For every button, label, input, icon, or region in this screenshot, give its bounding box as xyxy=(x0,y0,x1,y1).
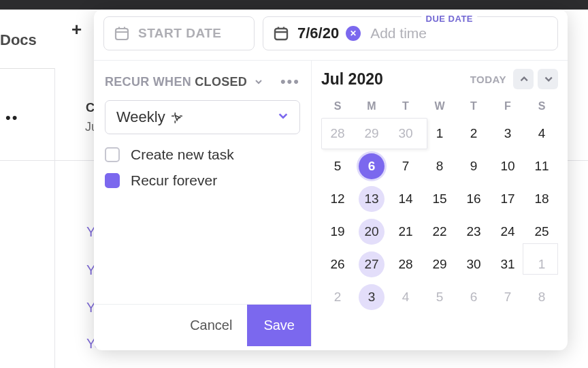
chevron-down-icon xyxy=(278,110,289,124)
recur-forever-option[interactable]: Recur forever xyxy=(105,172,300,189)
calendar-day[interactable]: 11 xyxy=(525,151,558,182)
clear-due-date-button[interactable]: ✕ xyxy=(346,26,361,41)
calendar-day[interactable]: 22 xyxy=(423,216,456,247)
calendar-dow: F xyxy=(491,95,524,118)
calendar-day[interactable]: 5 xyxy=(321,151,354,182)
calendar-day[interactable]: 30 xyxy=(389,118,422,149)
calendar-dow: W xyxy=(423,95,456,118)
calendar-day[interactable]: 14 xyxy=(389,183,422,215)
calendar-month-label: Jul 2020 xyxy=(321,70,383,89)
calendar-day[interactable]: 15 xyxy=(423,183,456,215)
date-recurrence-modal: START DATE DUE DATE 7/6/20 ✕ Add time RE… xyxy=(94,10,568,350)
start-date-placeholder: START DATE xyxy=(138,26,222,41)
calendar-day[interactable]: 3 xyxy=(491,118,524,149)
calendar-day[interactable]: 26 xyxy=(321,249,354,280)
calendar-day[interactable]: 16 xyxy=(457,183,490,215)
calendar-day[interactable]: 30 xyxy=(457,249,490,280)
calendar-day[interactable]: 7 xyxy=(389,151,422,182)
calendar-day[interactable]: 4 xyxy=(389,281,422,313)
calendar-day[interactable]: 6 xyxy=(355,151,388,182)
calendar-icon xyxy=(114,25,130,42)
create-new-task-label: Create new task xyxy=(131,147,234,163)
calendar-day[interactable]: 6 xyxy=(457,281,490,313)
calendar-day[interactable]: 1 xyxy=(525,249,558,280)
checkbox-unchecked-icon xyxy=(105,147,120,162)
more-options-button[interactable]: ••• xyxy=(280,73,300,91)
calendar-dow: T xyxy=(457,95,490,118)
checkbox-checked-icon xyxy=(105,173,120,188)
start-date-field[interactable]: START DATE xyxy=(103,16,255,50)
calendar-day[interactable]: 28 xyxy=(389,249,422,280)
calendar-day[interactable]: 8 xyxy=(525,281,558,313)
calendar-day[interactable]: 31 xyxy=(491,249,524,280)
calendar-day[interactable]: 27 xyxy=(355,249,388,280)
cancel-button[interactable]: Cancel xyxy=(175,318,247,333)
calendar-day[interactable]: 19 xyxy=(321,216,354,247)
due-date-field[interactable]: DUE DATE 7/6/20 ✕ Add time xyxy=(263,16,558,50)
calendar-day[interactable]: 28 xyxy=(321,118,354,149)
calendar-day[interactable]: 13 xyxy=(355,183,388,215)
recur-forever-label: Recur forever xyxy=(131,172,217,189)
frequency-value: Weekly xyxy=(116,108,165,126)
calendar-dow: S xyxy=(525,95,558,118)
svg-rect-4 xyxy=(275,29,287,40)
next-month-button[interactable] xyxy=(538,69,558,89)
calendar-day[interactable]: 7 xyxy=(491,281,524,313)
calendar-day[interactable]: 12 xyxy=(321,183,354,215)
calendar-dow: M xyxy=(355,95,388,118)
calendar-day[interactable]: 21 xyxy=(389,216,422,247)
prev-month-button[interactable] xyxy=(513,69,534,89)
calendar-day[interactable]: 3 xyxy=(355,281,388,313)
create-new-task-option[interactable]: Create new task xyxy=(105,147,300,163)
calendar-day[interactable]: 18 xyxy=(525,183,558,215)
calendar-day[interactable]: 24 xyxy=(491,216,524,247)
calendar-day[interactable]: 17 xyxy=(491,183,524,215)
calendar-day[interactable]: 10 xyxy=(491,151,524,182)
calendar-day[interactable]: 2 xyxy=(321,281,354,313)
calendar-day[interactable]: 9 xyxy=(457,151,490,182)
calendar-day[interactable]: 4 xyxy=(525,118,558,149)
due-date-label: DUE DATE xyxy=(422,14,477,24)
chevron-down-icon xyxy=(255,75,263,89)
add-time-button[interactable]: Add time xyxy=(370,25,427,42)
calendar-day[interactable]: 23 xyxy=(457,216,490,247)
calendar-day[interactable]: 8 xyxy=(423,151,456,182)
save-button[interactable]: Save xyxy=(247,305,311,346)
due-date-value: 7/6/20 xyxy=(297,25,339,42)
more-icon[interactable]: •• xyxy=(5,109,18,127)
calendar-day[interactable]: 5 xyxy=(423,281,456,313)
frequency-dropdown[interactable]: Weekly xyxy=(105,100,300,134)
cursor-icon xyxy=(169,110,184,125)
calendar-day[interactable]: 29 xyxy=(355,118,388,149)
add-button[interactable]: + xyxy=(71,19,82,40)
today-button[interactable]: TODAY xyxy=(470,74,506,85)
docs-tab-label: Docs xyxy=(0,31,37,49)
svg-rect-0 xyxy=(116,29,128,40)
calendar-day[interactable]: 1 xyxy=(423,118,456,149)
calendar-dow: T xyxy=(389,95,422,118)
recur-when-label[interactable]: RECUR WHEN CLOSED xyxy=(105,75,263,89)
calendar-day[interactable]: 2 xyxy=(457,118,490,149)
calendar-day[interactable]: 20 xyxy=(355,216,388,247)
calendar-icon xyxy=(273,25,289,42)
calendar-day[interactable]: 29 xyxy=(423,249,456,280)
calendar-day[interactable]: 25 xyxy=(525,216,558,247)
calendar-dow: S xyxy=(321,95,354,118)
